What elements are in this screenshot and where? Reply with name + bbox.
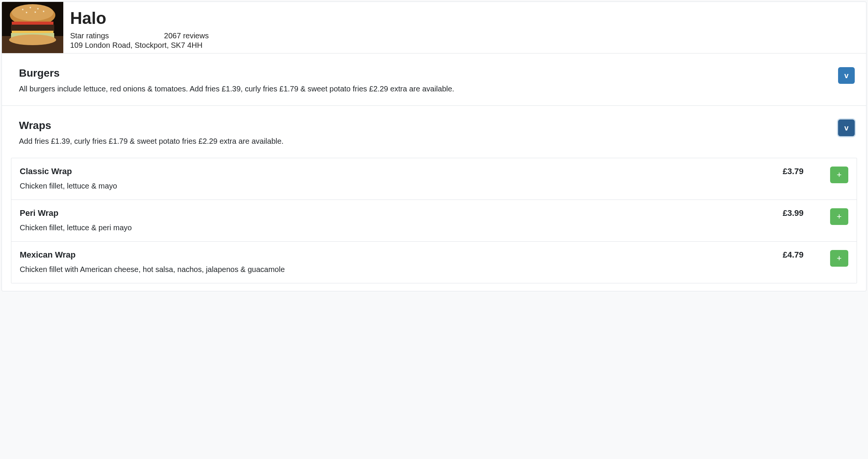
add-item-button[interactable]: + <box>830 250 848 267</box>
add-item-button[interactable]: + <box>830 208 848 225</box>
item-description: Chicken fillet with American cheese, hot… <box>20 265 783 274</box>
item-description: Chicken fillet, lettuce & peri mayo <box>20 223 783 232</box>
menu-item: Mexican Wrap Chicken fillet with America… <box>11 242 857 283</box>
svg-point-3 <box>12 4 53 21</box>
restaurant-image <box>2 2 63 53</box>
restaurant-info: Halo Star ratings 2067 reviews 109 Londo… <box>70 2 209 53</box>
restaurant-address: 109 London Road, Stockport, SK7 4HH <box>70 41 209 50</box>
item-name: Classic Wrap <box>20 167 783 176</box>
chevron-down-icon: v <box>844 71 848 80</box>
section-header: Burgers All burgers include lettuce, red… <box>2 53 866 105</box>
svg-point-4 <box>22 9 24 10</box>
svg-point-6 <box>37 8 39 9</box>
item-name: Peri Wrap <box>20 208 783 218</box>
add-item-button[interactable]: + <box>830 167 848 183</box>
svg-point-14 <box>9 35 56 45</box>
plus-icon: + <box>837 253 842 263</box>
chevron-down-icon: v <box>844 124 848 132</box>
restaurant-card: Halo Star ratings 2067 reviews 109 Londo… <box>2 2 866 291</box>
star-ratings-label: Star ratings <box>70 31 109 40</box>
burger-icon <box>2 2 63 53</box>
svg-point-9 <box>34 11 36 13</box>
menu-section-burgers: Burgers All burgers include lettuce, red… <box>2 53 866 106</box>
restaurant-header: Halo Star ratings 2067 reviews 109 Londo… <box>2 2 866 53</box>
restaurant-meta: Star ratings 2067 reviews <box>70 31 209 40</box>
plus-icon: + <box>837 212 842 222</box>
collapse-toggle-button[interactable]: v <box>838 119 855 136</box>
section-title: Wraps <box>19 119 838 132</box>
svg-point-7 <box>43 11 44 12</box>
svg-rect-11 <box>11 25 54 31</box>
review-count: 2067 reviews <box>164 31 209 40</box>
plus-icon: + <box>837 170 842 180</box>
section-description: Add fries £1.39, curly fries £1.79 & swe… <box>19 137 838 146</box>
svg-point-5 <box>30 7 31 8</box>
section-description: All burgers include lettuce, red onions … <box>19 85 838 93</box>
section-header: Wraps Add fries £1.39, curly fries £1.79… <box>2 106 866 158</box>
item-name: Mexican Wrap <box>20 250 783 260</box>
menu-item: Classic Wrap Chicken fillet, lettuce & m… <box>11 158 857 200</box>
item-price: £4.79 <box>783 250 804 260</box>
menu-item: Peri Wrap Chicken fillet, lettuce & peri… <box>11 200 857 242</box>
item-description: Chicken fillet, lettuce & mayo <box>20 182 783 190</box>
menu-section-wraps: Wraps Add fries £1.39, curly fries £1.79… <box>2 106 866 283</box>
restaurant-name: Halo <box>70 9 209 28</box>
section-title: Burgers <box>19 67 838 79</box>
collapse-toggle-button[interactable]: v <box>838 67 855 84</box>
item-price: £3.79 <box>783 167 804 176</box>
menu-item-list: Classic Wrap Chicken fillet, lettuce & m… <box>11 158 857 283</box>
svg-point-8 <box>26 12 27 13</box>
item-price: £3.99 <box>783 208 804 218</box>
